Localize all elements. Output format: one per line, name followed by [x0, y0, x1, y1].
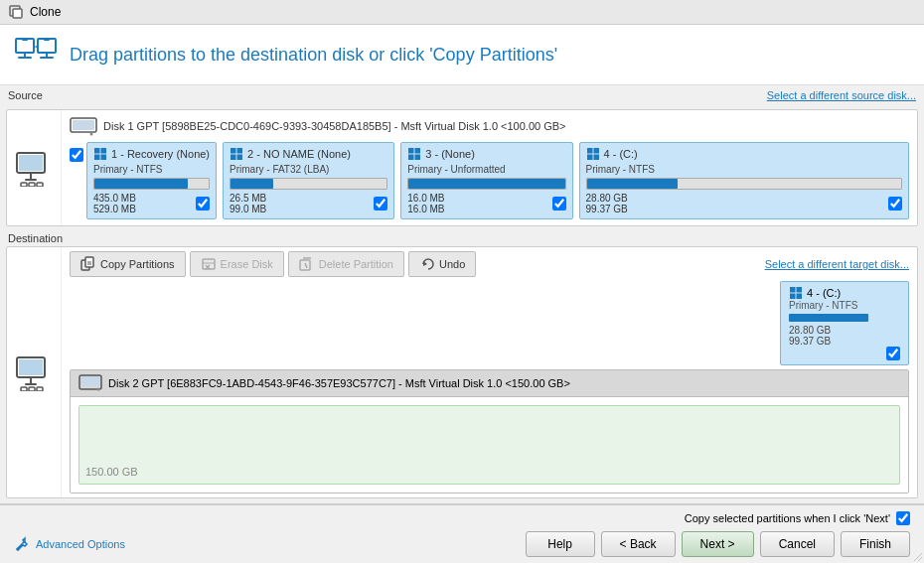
partition-2-title: 2 - NO NAME (None)	[230, 147, 387, 161]
partition-4-footer: 28.80 GB 99.37 GB	[586, 193, 902, 214]
partition-2-type: Primary - FAT32 (LBA)	[230, 164, 387, 175]
svg-rect-35	[587, 148, 593, 154]
undo-button[interactable]: Undo	[408, 251, 476, 277]
next-button[interactable]: Next >	[682, 531, 754, 557]
advanced-options-link[interactable]: Advanced Options	[14, 536, 125, 552]
partition-3-checkbox[interactable]	[552, 197, 566, 211]
sections-wrapper: Source Select a different source disk...	[0, 85, 924, 503]
svg-rect-20	[73, 120, 94, 130]
footer-option-row: Copy selected partitions when I click 'N…	[14, 511, 910, 525]
footer-buttons-row: Advanced Options Help < Back Next > Canc…	[14, 531, 910, 557]
svg-rect-26	[101, 155, 107, 161]
dest-empty-size: 150.00 GB	[85, 466, 138, 478]
svg-marker-57	[423, 261, 427, 266]
help-button[interactable]: Help	[526, 531, 595, 557]
source-disk-panel: Disk 1 GPT [5898BE25-CDC0-469C-9393-3045…	[6, 109, 918, 226]
wrench-icon	[14, 536, 30, 552]
partition-3-type: Primary - Unformatted	[407, 164, 565, 175]
partition-1-bar	[93, 178, 210, 190]
undo-icon	[419, 256, 435, 272]
destination-label: Destination	[8, 232, 63, 244]
svg-point-64	[97, 388, 100, 391]
destination-panel: Copy Partitions Erase Disk	[6, 246, 918, 498]
svg-rect-37	[587, 155, 593, 161]
delete-partition-button[interactable]: Delete Partition	[288, 251, 404, 277]
svg-rect-30	[237, 155, 243, 161]
button-group: Help < Back Next > Cancel Finish	[526, 531, 910, 557]
svg-rect-3	[22, 39, 28, 41]
instruction-bar: Drag partitions to the destination disk …	[0, 25, 924, 85]
svg-rect-60	[790, 294, 796, 300]
svg-rect-17	[29, 183, 35, 187]
svg-rect-59	[797, 287, 803, 293]
clone-title-icon	[8, 4, 24, 20]
partition-card-3: 3 - (None) Primary - Unformatted 16.0 MB…	[400, 142, 572, 219]
partition-card-1: 1 - Recovery (None) Primary - NTFS 435.0…	[86, 142, 217, 219]
svg-point-65	[17, 548, 20, 551]
svg-rect-43	[21, 387, 27, 391]
svg-rect-5	[18, 57, 32, 59]
partition-1-checkbox[interactable]	[70, 148, 83, 162]
select-target-link[interactable]: Select a different target disk...	[765, 258, 909, 270]
partition-3-bar	[407, 178, 565, 190]
source-monitor-icon	[15, 149, 53, 187]
dest-disk-label: Disk 2 GPT [6E883FC9-1ABD-4543-9F46-357E…	[108, 377, 570, 389]
resize-handle[interactable]	[910, 549, 922, 561]
svg-rect-23	[94, 148, 100, 154]
svg-rect-9	[40, 57, 54, 59]
delete-partition-icon	[299, 256, 315, 272]
source-label: Source	[8, 89, 43, 101]
svg-line-55	[305, 263, 307, 268]
copy-partitions-button[interactable]: Copy Partitions	[70, 251, 186, 277]
windows-icon-2	[230, 147, 243, 161]
svg-rect-33	[408, 155, 414, 161]
windows-icon-dest	[789, 286, 803, 300]
svg-rect-36	[593, 148, 599, 154]
partition-4-title: 4 - (C:)	[586, 147, 902, 161]
svg-rect-42	[25, 383, 37, 385]
windows-icon-1	[93, 147, 107, 161]
svg-rect-13	[19, 155, 43, 171]
clone-icon	[14, 35, 58, 74]
dest-partition-size2: 99.37 GB	[789, 336, 900, 347]
copy-partitions-icon	[80, 256, 96, 272]
svg-rect-16	[21, 183, 27, 187]
erase-disk-icon	[201, 256, 217, 272]
title-text: Clone	[30, 5, 61, 19]
copy-option-checkbox[interactable]	[896, 511, 910, 525]
svg-rect-27	[231, 148, 236, 154]
back-button[interactable]: < Back	[601, 531, 676, 557]
partition-1-type: Primary - NTFS	[93, 164, 210, 175]
svg-rect-58	[790, 287, 796, 293]
svg-rect-25	[94, 155, 100, 161]
svg-rect-24	[101, 148, 107, 154]
svg-rect-28	[237, 148, 243, 154]
cancel-button[interactable]: Cancel	[760, 531, 835, 557]
dest-partition-size1: 28.80 GB	[789, 325, 900, 336]
partition-3-footer: 16.0 MB 16.0 MB	[407, 193, 565, 214]
partition-2-checkbox[interactable]	[374, 197, 387, 211]
svg-point-22	[90, 133, 93, 136]
erase-disk-button[interactable]: Erase Disk	[190, 251, 284, 277]
svg-rect-44	[29, 387, 35, 391]
source-disk-label: Disk 1 GPT [5898BE25-CDC0-469C-9393-3045…	[103, 120, 566, 132]
select-source-link[interactable]: Select a different source disk...	[767, 89, 916, 101]
partition-1-bottom-checkbox[interactable]	[196, 197, 210, 211]
svg-rect-38	[593, 155, 599, 161]
svg-rect-34	[415, 155, 421, 161]
dest-disk-panel: Disk 2 GPT [6E883FC9-1ABD-4543-9F46-357E…	[70, 369, 909, 493]
partition-1-title: 1 - Recovery (None)	[93, 147, 210, 161]
partition-card-4: 4 - (C:) Primary - NTFS 28.80 GB 99.37 G…	[579, 142, 909, 219]
finish-button[interactable]: Finish	[841, 531, 910, 557]
advanced-options-label: Advanced Options	[36, 538, 125, 550]
svg-rect-2	[16, 39, 34, 53]
dest-partition-checkbox[interactable]	[886, 347, 900, 360]
svg-rect-18	[37, 183, 43, 187]
windows-icon-4	[586, 147, 600, 161]
title-bar: Clone	[0, 0, 924, 25]
copy-option-label: Copy selected partitions when I click 'N…	[685, 512, 890, 524]
windows-icon-3	[407, 147, 421, 161]
partition-4-checkbox[interactable]	[888, 197, 902, 211]
partition-card-2: 2 - NO NAME (None) Primary - FAT32 (LBA)…	[223, 142, 394, 219]
partition-3-title: 3 - (None)	[407, 147, 565, 161]
